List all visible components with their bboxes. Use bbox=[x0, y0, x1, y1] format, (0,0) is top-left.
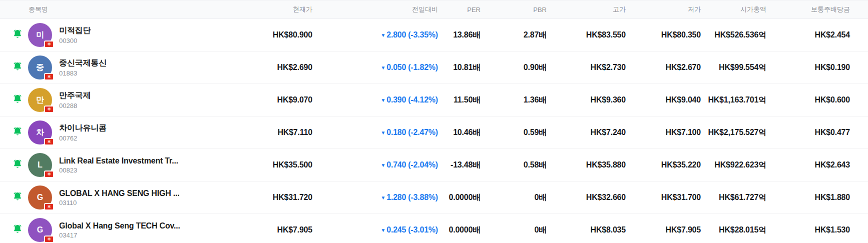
stock-name: 차이나유니콤 bbox=[59, 123, 107, 134]
table-header: 종목명 현재가 전일대비 PER PBR 고가 저가 시가총액 보통주배당금 bbox=[0, 0, 868, 19]
down-triangle-icon: ▼ bbox=[380, 162, 385, 168]
change-value: 0.050 bbox=[386, 63, 406, 72]
pbr-value: 2.87배 bbox=[481, 19, 547, 52]
per-value: 10.46배 bbox=[438, 116, 481, 149]
hk-flag-badge: ✻ bbox=[44, 40, 54, 48]
stock-row[interactable]: 차 ✻ 차이나유니콤 00762 HK$7.110 ▼0.180(-2.47%)… bbox=[0, 116, 868, 149]
per-value: 10.81배 bbox=[438, 52, 481, 84]
pbr-value: 0.59배 bbox=[481, 116, 547, 149]
stock-row[interactable]: G ✻ GLOBAL X HANG SENG HIGH ... 03110 HK… bbox=[0, 182, 868, 214]
current-price: HK$9.070 bbox=[213, 84, 312, 116]
stock-table: 종목명 현재가 전일대비 PER PBR 고가 저가 시가총액 보통주배당금 bbox=[0, 0, 868, 243]
stock-table-body: 미 ✻ 미적집단 00300 HK$80.900 ▼2.800(-3.35%) … bbox=[0, 19, 868, 243]
high-price: HK$9.360 bbox=[547, 84, 626, 116]
hk-flag-badge: ✻ bbox=[44, 138, 54, 146]
alert-bell-button[interactable] bbox=[12, 191, 23, 202]
stock-row[interactable]: L ✻ Link Real Estate Investment Tr... 00… bbox=[0, 149, 868, 182]
stock-row[interactable]: 미 ✻ 미적집단 00300 HK$80.900 ▼2.800(-3.35%) … bbox=[0, 19, 868, 52]
stock-name: 만주국제 bbox=[59, 90, 91, 101]
daily-change: ▼0.390(-4.12%) bbox=[312, 84, 438, 116]
bell-cell bbox=[0, 116, 28, 149]
dividend: HK$0.190 bbox=[766, 52, 868, 84]
hk-flag-badge: ✻ bbox=[44, 203, 54, 210]
stock-code: 00300 bbox=[59, 37, 91, 44]
high-price: HK$2.730 bbox=[547, 52, 626, 84]
stock-code: 01883 bbox=[59, 70, 107, 77]
dividend: HK$2.643 bbox=[766, 149, 868, 182]
stock-avatar: L ✻ bbox=[28, 153, 52, 177]
stock-name: Global X Hang Seng TECH Cov... bbox=[59, 222, 180, 230]
low-price: HK$80.350 bbox=[626, 19, 701, 52]
stock-code: 00288 bbox=[59, 102, 91, 110]
pbr-value: 1.36배 bbox=[481, 84, 547, 116]
alert-bell-button[interactable] bbox=[12, 224, 23, 234]
column-header-change[interactable]: 전일대비 bbox=[312, 0, 438, 19]
stock-cell[interactable]: L ✻ Link Real Estate Investment Tr... 00… bbox=[28, 149, 213, 182]
stock-name: 중신국제통신 bbox=[59, 58, 107, 68]
stock-cell[interactable]: 만 ✻ 만주국제 00288 bbox=[28, 84, 213, 116]
bell-cell bbox=[0, 149, 28, 182]
alert-bell-button[interactable] bbox=[12, 158, 23, 170]
pbr-value: 0.90배 bbox=[481, 52, 547, 84]
change-value: 1.280 bbox=[386, 193, 406, 202]
high-price: HK$32.660 bbox=[547, 182, 626, 214]
alert-bell-button[interactable] bbox=[12, 94, 23, 104]
stock-name: GLOBAL X HANG SENG HIGH ... bbox=[59, 189, 180, 198]
change-percent: (-2.04%) bbox=[408, 160, 438, 169]
stock-cell[interactable]: 미 ✻ 미적집단 00300 bbox=[28, 19, 213, 52]
change-percent: (-1.82%) bbox=[408, 63, 438, 72]
hk-flag-badge: ✻ bbox=[44, 170, 54, 178]
column-header-pbr[interactable]: PBR bbox=[481, 0, 547, 19]
alert-bell-button[interactable] bbox=[12, 126, 23, 137]
daily-change: ▼0.245(-3.01%) bbox=[312, 214, 438, 243]
current-price: HK$2.690 bbox=[213, 52, 312, 84]
hk-flag-glyph: ✻ bbox=[48, 205, 51, 209]
down-triangle-icon: ▼ bbox=[380, 98, 385, 103]
stock-cell[interactable]: G ✻ GLOBAL X HANG SENG HIGH ... 03110 bbox=[28, 182, 213, 214]
column-header-per[interactable]: PER bbox=[438, 0, 481, 19]
column-header-low[interactable]: 저가 bbox=[626, 0, 701, 19]
dividend: HK$0.477 bbox=[766, 116, 868, 149]
hk-flag-glyph: ✻ bbox=[48, 172, 51, 176]
per-value: -13.48배 bbox=[438, 149, 481, 182]
low-price: HK$31.700 bbox=[626, 182, 701, 214]
daily-change: ▼0.050(-1.82%) bbox=[312, 52, 438, 84]
hk-flag-glyph: ✻ bbox=[48, 140, 51, 144]
column-header-name[interactable]: 종목명 bbox=[0, 0, 213, 19]
alert-bell-button[interactable] bbox=[12, 28, 23, 40]
low-price: HK$2.670 bbox=[626, 52, 701, 84]
low-price: HK$9.040 bbox=[626, 84, 701, 116]
stock-cell[interactable]: 중 ✻ 중신국제통신 01883 bbox=[28, 52, 213, 84]
current-price: HK$31.720 bbox=[213, 182, 312, 214]
pbr-value: 0.58배 bbox=[481, 149, 547, 182]
market-cap: HK$99.554억 bbox=[701, 52, 766, 84]
stock-row[interactable]: 만 ✻ 만주국제 00288 HK$9.070 ▼0.390(-4.12%) 1… bbox=[0, 84, 868, 116]
stock-name: 미적집단 bbox=[59, 26, 91, 36]
column-header-marketcap[interactable]: 시가총액 bbox=[701, 0, 766, 19]
current-price: HK$80.900 bbox=[213, 19, 312, 52]
column-header-dividend[interactable]: 보통주배당금 bbox=[766, 0, 868, 19]
column-header-price[interactable]: 현재가 bbox=[213, 0, 312, 19]
current-price: HK$7.110 bbox=[213, 116, 312, 149]
down-triangle-icon: ▼ bbox=[380, 32, 385, 38]
stock-cell[interactable]: 차 ✻ 차이나유니콤 00762 bbox=[28, 116, 213, 149]
column-header-high[interactable]: 고가 bbox=[547, 0, 626, 19]
alert-bell-icon bbox=[12, 126, 23, 137]
stock-avatar: 만 ✻ bbox=[28, 88, 52, 112]
stock-avatar: 미 ✻ bbox=[28, 23, 52, 47]
down-triangle-icon: ▼ bbox=[380, 65, 385, 70]
stock-row[interactable]: 중 ✻ 중신국제통신 01883 HK$2.690 ▼0.050(-1.82%)… bbox=[0, 52, 868, 84]
stock-cell[interactable]: G ✻ Global X Hang Seng TECH Cov... 03417 bbox=[28, 214, 213, 243]
pbr-value: 0배 bbox=[481, 182, 547, 214]
alert-bell-icon bbox=[12, 28, 23, 40]
current-price: HK$7.905 bbox=[213, 214, 312, 243]
stock-row[interactable]: G ✻ Global X Hang Seng TECH Cov... 03417… bbox=[0, 214, 868, 243]
change-value: 2.800 bbox=[386, 30, 406, 39]
market-cap: HK$61.727억 bbox=[701, 182, 766, 214]
low-price: HK$7.100 bbox=[626, 116, 701, 149]
per-value: 0.0000배 bbox=[438, 214, 481, 243]
alert-bell-button[interactable] bbox=[12, 61, 23, 72]
avatar-letter: G bbox=[37, 226, 43, 234]
avatar-letter: 만 bbox=[36, 95, 44, 106]
stock-avatar: 차 ✻ bbox=[28, 120, 52, 144]
